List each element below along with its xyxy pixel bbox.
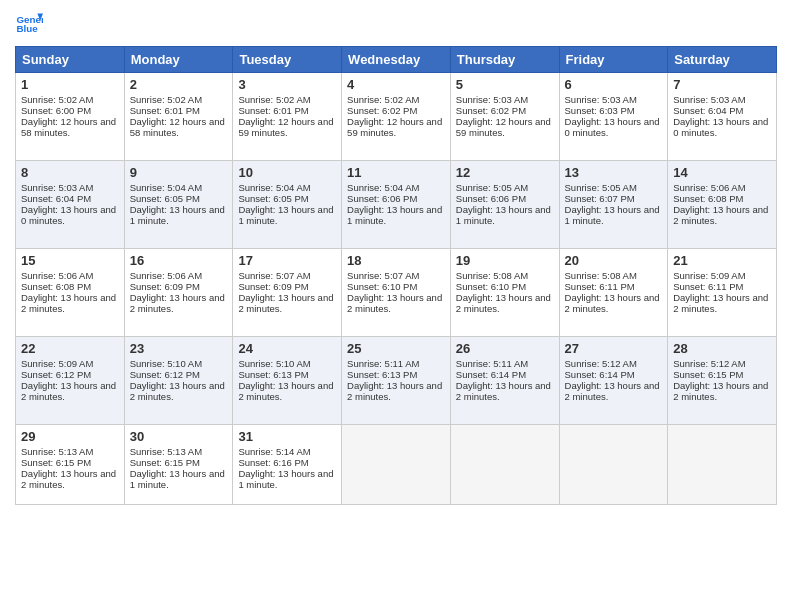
- daylight-text: Daylight: 13 hours and 2 minutes.: [673, 204, 768, 226]
- sunrise-text: Sunrise: 5:12 AM: [565, 358, 637, 369]
- calendar-day-cell: 18Sunrise: 5:07 AMSunset: 6:10 PMDayligh…: [342, 249, 451, 337]
- daylight-text: Daylight: 13 hours and 1 minute.: [238, 204, 333, 226]
- daylight-text: Daylight: 12 hours and 59 minutes.: [456, 116, 551, 138]
- daylight-text: Daylight: 13 hours and 2 minutes.: [238, 380, 333, 402]
- sunrise-text: Sunrise: 5:04 AM: [238, 182, 310, 193]
- sunset-text: Sunset: 6:04 PM: [21, 193, 91, 204]
- daylight-text: Daylight: 13 hours and 2 minutes.: [347, 380, 442, 402]
- sunset-text: Sunset: 6:00 PM: [21, 105, 91, 116]
- daylight-text: Daylight: 13 hours and 2 minutes.: [21, 380, 116, 402]
- sunrise-text: Sunrise: 5:02 AM: [238, 94, 310, 105]
- calendar-day-cell: [668, 425, 777, 505]
- daylight-text: Daylight: 13 hours and 2 minutes.: [21, 292, 116, 314]
- calendar-day-cell: 5Sunrise: 5:03 AMSunset: 6:02 PMDaylight…: [450, 73, 559, 161]
- day-number: 26: [456, 341, 554, 356]
- daylight-text: Daylight: 13 hours and 2 minutes.: [565, 380, 660, 402]
- calendar-day-cell: 11Sunrise: 5:04 AMSunset: 6:06 PMDayligh…: [342, 161, 451, 249]
- daylight-text: Daylight: 13 hours and 0 minutes.: [565, 116, 660, 138]
- svg-text:Blue: Blue: [16, 23, 38, 34]
- sunrise-text: Sunrise: 5:12 AM: [673, 358, 745, 369]
- daylight-text: Daylight: 13 hours and 2 minutes.: [456, 380, 551, 402]
- calendar-day-cell: 10Sunrise: 5:04 AMSunset: 6:05 PMDayligh…: [233, 161, 342, 249]
- calendar-day-cell: [450, 425, 559, 505]
- calendar-day-cell: 3Sunrise: 5:02 AMSunset: 6:01 PMDaylight…: [233, 73, 342, 161]
- sunrise-text: Sunrise: 5:07 AM: [347, 270, 419, 281]
- day-number: 15: [21, 253, 119, 268]
- calendar-day-cell: 19Sunrise: 5:08 AMSunset: 6:10 PMDayligh…: [450, 249, 559, 337]
- calendar-week-row: 22Sunrise: 5:09 AMSunset: 6:12 PMDayligh…: [16, 337, 777, 425]
- day-number: 2: [130, 77, 228, 92]
- sunrise-text: Sunrise: 5:04 AM: [130, 182, 202, 193]
- sunrise-text: Sunrise: 5:13 AM: [21, 446, 93, 457]
- calendar-day-cell: 17Sunrise: 5:07 AMSunset: 6:09 PMDayligh…: [233, 249, 342, 337]
- weekday-header-wednesday: Wednesday: [342, 47, 451, 73]
- sunset-text: Sunset: 6:04 PM: [673, 105, 743, 116]
- calendar-day-cell: 15Sunrise: 5:06 AMSunset: 6:08 PMDayligh…: [16, 249, 125, 337]
- weekday-header-thursday: Thursday: [450, 47, 559, 73]
- day-number: 20: [565, 253, 663, 268]
- sunrise-text: Sunrise: 5:03 AM: [673, 94, 745, 105]
- sunset-text: Sunset: 6:12 PM: [130, 369, 200, 380]
- sunset-text: Sunset: 6:02 PM: [456, 105, 526, 116]
- sunrise-text: Sunrise: 5:09 AM: [673, 270, 745, 281]
- daylight-text: Daylight: 12 hours and 58 minutes.: [130, 116, 225, 138]
- daylight-text: Daylight: 13 hours and 2 minutes.: [130, 292, 225, 314]
- day-number: 18: [347, 253, 445, 268]
- daylight-text: Daylight: 13 hours and 2 minutes.: [456, 292, 551, 314]
- calendar-week-row: 15Sunrise: 5:06 AMSunset: 6:08 PMDayligh…: [16, 249, 777, 337]
- daylight-text: Daylight: 13 hours and 1 minute.: [130, 204, 225, 226]
- sunrise-text: Sunrise: 5:05 AM: [456, 182, 528, 193]
- day-number: 14: [673, 165, 771, 180]
- calendar-day-cell: 1Sunrise: 5:02 AMSunset: 6:00 PMDaylight…: [16, 73, 125, 161]
- calendar-day-cell: [559, 425, 668, 505]
- sunset-text: Sunset: 6:11 PM: [673, 281, 743, 292]
- calendar-day-cell: 21Sunrise: 5:09 AMSunset: 6:11 PMDayligh…: [668, 249, 777, 337]
- calendar-day-cell: 30Sunrise: 5:13 AMSunset: 6:15 PMDayligh…: [124, 425, 233, 505]
- day-number: 8: [21, 165, 119, 180]
- sunset-text: Sunset: 6:08 PM: [673, 193, 743, 204]
- sunset-text: Sunset: 6:07 PM: [565, 193, 635, 204]
- sunset-text: Sunset: 6:06 PM: [347, 193, 417, 204]
- sunset-text: Sunset: 6:12 PM: [21, 369, 91, 380]
- day-number: 9: [130, 165, 228, 180]
- sunset-text: Sunset: 6:09 PM: [130, 281, 200, 292]
- calendar-day-cell: 16Sunrise: 5:06 AMSunset: 6:09 PMDayligh…: [124, 249, 233, 337]
- sunrise-text: Sunrise: 5:09 AM: [21, 358, 93, 369]
- daylight-text: Daylight: 13 hours and 2 minutes.: [673, 380, 768, 402]
- day-number: 22: [21, 341, 119, 356]
- day-number: 11: [347, 165, 445, 180]
- day-number: 19: [456, 253, 554, 268]
- day-number: 3: [238, 77, 336, 92]
- day-number: 29: [21, 429, 119, 444]
- sunset-text: Sunset: 6:14 PM: [565, 369, 635, 380]
- daylight-text: Daylight: 12 hours and 59 minutes.: [347, 116, 442, 138]
- calendar-day-cell: 25Sunrise: 5:11 AMSunset: 6:13 PMDayligh…: [342, 337, 451, 425]
- sunrise-text: Sunrise: 5:10 AM: [130, 358, 202, 369]
- day-number: 31: [238, 429, 336, 444]
- sunset-text: Sunset: 6:15 PM: [130, 457, 200, 468]
- sunrise-text: Sunrise: 5:06 AM: [21, 270, 93, 281]
- sunrise-text: Sunrise: 5:08 AM: [456, 270, 528, 281]
- sunset-text: Sunset: 6:03 PM: [565, 105, 635, 116]
- sunset-text: Sunset: 6:13 PM: [238, 369, 308, 380]
- calendar-day-cell: 9Sunrise: 5:04 AMSunset: 6:05 PMDaylight…: [124, 161, 233, 249]
- daylight-text: Daylight: 12 hours and 58 minutes.: [21, 116, 116, 138]
- day-number: 7: [673, 77, 771, 92]
- daylight-text: Daylight: 13 hours and 1 minute.: [130, 468, 225, 490]
- calendar-week-row: 29Sunrise: 5:13 AMSunset: 6:15 PMDayligh…: [16, 425, 777, 505]
- daylight-text: Daylight: 13 hours and 2 minutes.: [238, 292, 333, 314]
- sunrise-text: Sunrise: 5:03 AM: [456, 94, 528, 105]
- daylight-text: Daylight: 13 hours and 2 minutes.: [130, 380, 225, 402]
- day-number: 4: [347, 77, 445, 92]
- sunset-text: Sunset: 6:14 PM: [456, 369, 526, 380]
- weekday-header-friday: Friday: [559, 47, 668, 73]
- calendar-day-cell: 4Sunrise: 5:02 AMSunset: 6:02 PMDaylight…: [342, 73, 451, 161]
- day-number: 27: [565, 341, 663, 356]
- sunrise-text: Sunrise: 5:02 AM: [130, 94, 202, 105]
- sunrise-text: Sunrise: 5:11 AM: [456, 358, 528, 369]
- weekday-header-row: SundayMondayTuesdayWednesdayThursdayFrid…: [16, 47, 777, 73]
- sunrise-text: Sunrise: 5:02 AM: [347, 94, 419, 105]
- calendar-week-row: 1Sunrise: 5:02 AMSunset: 6:00 PMDaylight…: [16, 73, 777, 161]
- page-container: General Blue SundayMondayTuesdayWednesda…: [0, 0, 792, 612]
- page-header: General Blue: [15, 10, 777, 38]
